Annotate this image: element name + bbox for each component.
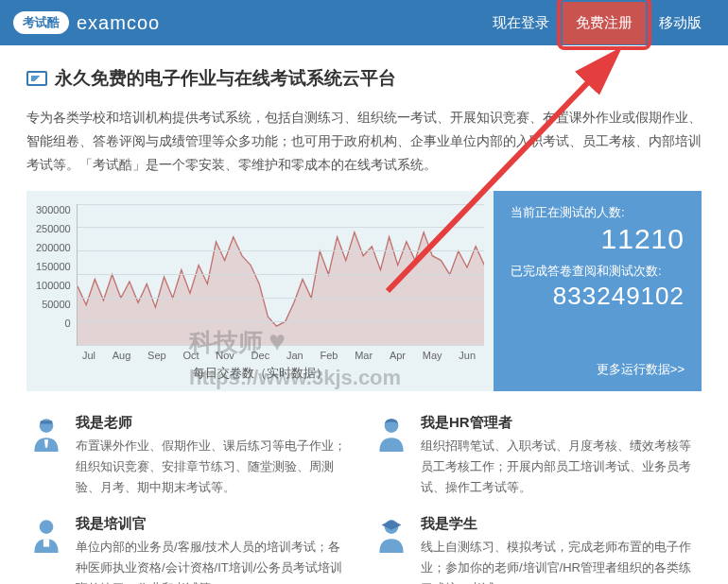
role-desc: 线上自测练习、模拟考试，完成老师布置的电子作业；参加你的老师/培训官/HR管理者… — [421, 537, 698, 584]
role-desc: 组织招聘笔试、入职考试、月度考核、绩效考核等员工考核工作；开展内部员工培训考试、… — [421, 436, 698, 498]
svg-point-3 — [40, 520, 54, 534]
svg-rect-1 — [41, 421, 53, 423]
role-icon — [372, 414, 411, 454]
role-title: 我是HR管理者 — [421, 414, 698, 432]
role-card: 我是学生 线上自测练习、模拟考试，完成老师布置的电子作业；参加你的老师/培训官/… — [372, 515, 698, 584]
role-title: 我是老师 — [76, 414, 353, 432]
register-button[interactable]: 免费注册 — [563, 2, 646, 44]
login-button[interactable]: 现在登录 — [479, 2, 563, 44]
roles-grid: 我是老师 布置课外作业、假期作业、课后练习等电子作业；组织知识竞赛、安排章节练习… — [26, 414, 702, 584]
completed-label: 已完成答卷查阅和测试次数: — [511, 263, 685, 280]
chart-xaxis: JulAugSepOctNovDecJanFebMarAprMayJun — [74, 350, 484, 361]
intro-text: 专为各类学校和培训机构提供考试系统，包括自测练习、组织统一考试、开展知识竞赛、布… — [26, 106, 702, 178]
logo-badge: 考试酷 — [13, 11, 69, 34]
register-label: 免费注册 — [576, 14, 633, 30]
page-title: 永久免费的电子作业与在线考试系统云平台 — [55, 66, 396, 91]
role-icon — [372, 515, 411, 555]
mobile-button[interactable]: 移动版 — [646, 2, 715, 44]
chart-plot — [77, 204, 484, 346]
role-card: 我是HR管理者 组织招聘笔试、入职考试、月度考核、绩效考核等员工考核工作；开展内… — [372, 414, 698, 498]
stats-panel: 当前正在测试的人数: 11210 已完成答卷查阅和测试次数: 833249102… — [494, 191, 702, 391]
role-desc: 布置课外作业、假期作业、课后练习等电子作业；组织知识竞赛、安排章节练习、随堂测验… — [76, 436, 353, 498]
testing-value: 11210 — [511, 223, 685, 255]
role-icon — [26, 515, 66, 555]
svg-rect-4 — [43, 539, 49, 546]
title-icon — [26, 71, 47, 86]
chart-yaxis: 300000250000200000150000100000500000 — [36, 204, 77, 346]
completed-value: 833249102 — [511, 282, 685, 311]
role-card: 我是老师 布置课外作业、假期作业、课后练习等电子作业；组织知识竞赛、安排章节练习… — [26, 414, 353, 498]
testing-label: 当前正在测试的人数: — [511, 204, 685, 221]
chart-panel: 300000250000200000150000100000500000 Jul… — [26, 191, 494, 391]
role-desc: 单位内部的业务员/客服/技术人员的培训考试；各种医师执业资格/会计资格/IT培训… — [76, 537, 353, 584]
role-card: 我是培训官 单位内部的业务员/客服/技术人员的培训考试；各种医师执业资格/会计资… — [26, 515, 353, 584]
role-title: 我是培训官 — [76, 515, 353, 533]
top-nav: 现在登录 免费注册 移动版 — [479, 2, 715, 44]
chart-caption: 每日交卷数（实时数据） — [36, 365, 484, 382]
more-data-link[interactable]: 更多运行数据>> — [511, 361, 685, 378]
role-icon — [26, 414, 66, 454]
role-title: 我是学生 — [421, 515, 698, 533]
brand-text: examcoo — [77, 12, 160, 34]
